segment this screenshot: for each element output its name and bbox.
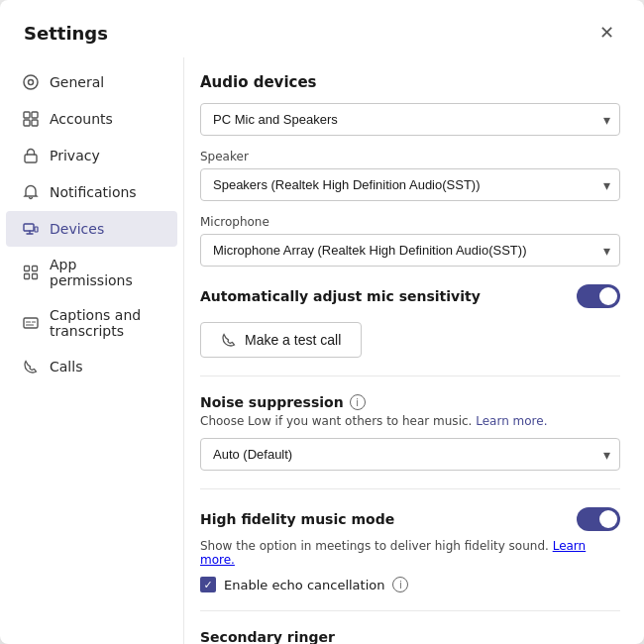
svg-rect-13	[24, 318, 38, 328]
auto-adjust-row: Automatically adjust mic sensitivity	[200, 284, 620, 308]
svg-rect-4	[24, 120, 30, 126]
audio-devices-title: Audio devices	[200, 73, 620, 91]
checkbox-check-icon: ✓	[203, 580, 212, 590]
svg-rect-7	[24, 224, 34, 231]
noise-select-wrapper: Auto (Default) ▾	[200, 438, 620, 471]
sidebar-item-accounts[interactable]: Accounts	[6, 101, 177, 137]
sidebar-item-calls[interactable]: Calls	[6, 349, 177, 384]
noise-learn-more-link[interactable]: Learn more.	[476, 414, 547, 428]
noise-description: Choose Low if you want others to hear mu…	[200, 414, 620, 428]
auto-adjust-label: Automatically adjust mic sensitivity	[200, 288, 481, 304]
privacy-icon	[22, 147, 40, 164]
sidebar-item-app-permissions[interactable]: App permissions	[6, 248, 177, 297]
settings-modal: Settings ✕ General	[0, 0, 644, 644]
sidebar-item-privacy[interactable]: Privacy	[6, 138, 177, 173]
sidebar-label-app-permissions: App permissions	[50, 257, 161, 288]
audio-device-select-wrapper: PC Mic and Speakers ▾	[200, 103, 620, 136]
noise-select[interactable]: Auto (Default)	[200, 438, 620, 471]
hifi-description: Show the option in meetings to deliver h…	[200, 539, 620, 567]
microphone-select[interactable]: Microphone Array (Realtek High Definitio…	[200, 234, 620, 267]
sidebar-label-calls: Calls	[50, 359, 82, 375]
sidebar-label-notifications: Notifications	[50, 184, 137, 200]
phone-icon	[221, 332, 237, 348]
sidebar-item-general[interactable]: General	[6, 64, 177, 100]
sidebar-label-accounts: Accounts	[50, 111, 113, 127]
close-icon: ✕	[599, 22, 614, 44]
sidebar-label-general: General	[50, 74, 104, 90]
calls-icon	[22, 358, 40, 376]
noise-info-icon[interactable]: i	[350, 394, 366, 410]
hifi-toggle-knob	[599, 510, 617, 528]
devices-icon	[22, 220, 40, 238]
echo-info-icon[interactable]: i	[392, 577, 408, 592]
sidebar-label-devices: Devices	[50, 221, 104, 237]
sidebar-item-captions[interactable]: Captions and transcripts	[6, 298, 177, 348]
microphone-select-wrapper: Microphone Array (Realtek High Definitio…	[200, 234, 620, 267]
modal-title: Settings	[24, 23, 108, 44]
speaker-label: Speaker	[200, 150, 620, 163]
captions-icon	[22, 314, 40, 332]
sidebar-label-captions: Captions and transcripts	[50, 307, 161, 339]
hifi-toggle[interactable]	[577, 507, 620, 531]
auto-adjust-toggle-knob	[599, 287, 617, 305]
sidebar-item-notifications[interactable]: Notifications	[6, 174, 177, 210]
microphone-label: Microphone	[200, 215, 620, 229]
svg-rect-9	[25, 267, 30, 271]
svg-rect-10	[33, 267, 38, 271]
sidebar-item-devices[interactable]: Devices	[6, 211, 177, 247]
app-permissions-icon	[22, 264, 40, 281]
notifications-icon	[22, 183, 40, 201]
make-call-button[interactable]: Make a test call	[200, 322, 362, 358]
hifi-section: High fidelity music mode Show the option…	[200, 507, 620, 592]
svg-rect-8	[35, 227, 38, 232]
secondary-ringer-title: Secondary ringer	[200, 629, 620, 644]
svg-rect-5	[32, 120, 38, 126]
hifi-title: High fidelity music mode	[200, 511, 394, 527]
sidebar-label-privacy: Privacy	[50, 148, 100, 163]
general-icon	[22, 73, 40, 91]
noise-suppression-title: Noise suppression	[200, 394, 344, 410]
make-call-label: Make a test call	[245, 332, 341, 348]
auto-adjust-toggle[interactable]	[577, 284, 620, 308]
noise-suppression-header: Noise suppression i	[200, 394, 620, 410]
svg-rect-6	[25, 155, 37, 162]
echo-label: Enable echo cancellation	[224, 578, 384, 592]
sidebar: General Accounts	[0, 57, 183, 644]
divider-3	[200, 610, 620, 611]
divider-2	[200, 488, 620, 489]
svg-rect-3	[32, 112, 38, 118]
speaker-select-wrapper: Speakers (Realtek High Definition Audio(…	[200, 168, 620, 201]
svg-rect-11	[25, 274, 30, 279]
svg-point-0	[24, 75, 38, 89]
modal-body: General Accounts	[0, 57, 644, 644]
svg-rect-2	[24, 112, 30, 118]
speaker-select[interactable]: Speakers (Realtek High Definition Audio(…	[200, 168, 620, 201]
hifi-toggle-row: High fidelity music mode	[200, 507, 620, 531]
echo-cancellation-row: ✓ Enable echo cancellation i	[200, 577, 620, 592]
divider-1	[200, 376, 620, 376]
svg-rect-12	[33, 274, 38, 279]
accounts-icon	[22, 110, 40, 128]
audio-device-select[interactable]: PC Mic and Speakers	[200, 103, 620, 136]
modal-header: Settings ✕	[0, 0, 644, 57]
close-button[interactable]: ✕	[593, 18, 620, 48]
main-content: Audio devices PC Mic and Speakers ▾ Spea…	[183, 57, 644, 644]
echo-checkbox[interactable]: ✓	[200, 577, 216, 592]
svg-point-1	[29, 80, 34, 85]
